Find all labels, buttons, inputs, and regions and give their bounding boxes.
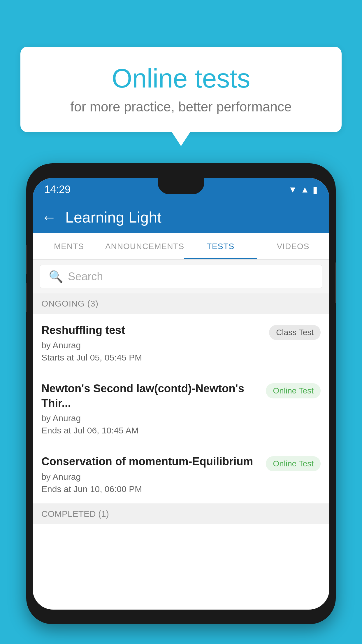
wifi-icon: ▼ [289,185,297,195]
bubble-title: Online tests [44,64,318,93]
test-author: by Anurag [41,413,260,423]
speech-bubble-container: Online tests for more practice, better p… [20,47,342,132]
test-badge-online: Online Test [266,383,321,398]
test-badge-class: Class Test [269,325,321,340]
tab-ments[interactable]: MENTS [33,233,105,259]
search-placeholder: Search [68,270,103,283]
phone-frame: 14:29 ▼ ▲ ▮ ← Learning Light MENTS ANNOU… [26,163,336,624]
test-date: Starts at Jul 05, 05:45 PM [41,353,263,363]
status-time: 14:29 [44,183,71,196]
power-button[interactable] [335,262,336,303]
notch [158,178,204,194]
search-container: 🔍 Search [33,260,329,293]
ongoing-section-header: ONGOING (3) [33,293,329,314]
test-badge-online-2: Online Test [266,456,321,471]
completed-section-header: COMPLETED (1) [33,504,329,524]
tests-list: Reshuffling test by Anurag Starts at Jul… [33,314,329,504]
app-bar: ← Learning Light [33,201,329,233]
test-author: by Anurag [41,472,260,482]
app-title: Learning Light [65,209,161,226]
back-button[interactable]: ← [41,210,57,225]
test-author: by Anurag [41,340,263,350]
tabs-bar: MENTS ANNOUNCEMENTS TESTS VIDEOS [33,233,329,260]
test-item[interactable]: Reshuffling test by Anurag Starts at Jul… [33,314,329,372]
search-box[interactable]: 🔍 Search [40,265,322,288]
test-date: Ends at Jul 06, 10:45 AM [41,426,260,435]
test-info: Reshuffling test by Anurag Starts at Jul… [41,323,263,363]
volume-down-button[interactable] [26,283,27,312]
search-icon: 🔍 [49,270,63,284]
test-info: Newton's Second law(contd)-Newton's Thir… [41,382,260,435]
test-name: Reshuffling test [41,323,263,337]
tab-announcements[interactable]: ANNOUNCEMENTS [105,233,184,259]
speech-bubble: Online tests for more practice, better p… [20,47,342,132]
test-info: Conservation of momentum-Equilibrium by … [41,454,260,494]
test-item[interactable]: Conservation of momentum-Equilibrium by … [33,445,329,503]
bubble-subtitle: for more practice, better performance [44,99,318,115]
battery-icon: ▮ [313,185,318,195]
phone-screen: 14:29 ▼ ▲ ▮ ← Learning Light MENTS ANNOU… [33,178,329,610]
test-name: Conservation of momentum-Equilibrium [41,454,260,469]
phone-wrapper: 14:29 ▼ ▲ ▮ ← Learning Light MENTS ANNOU… [26,163,336,644]
signal-icon: ▲ [301,185,309,195]
status-icons: ▼ ▲ ▮ [289,185,318,195]
test-date: Ends at Jun 10, 06:00 PM [41,484,260,494]
volume-up-button[interactable] [26,245,27,274]
tab-tests[interactable]: TESTS [184,233,257,259]
test-name: Newton's Second law(contd)-Newton's Thir… [41,382,260,410]
test-item[interactable]: Newton's Second law(contd)-Newton's Thir… [33,372,329,445]
tab-videos[interactable]: VIDEOS [257,233,329,259]
